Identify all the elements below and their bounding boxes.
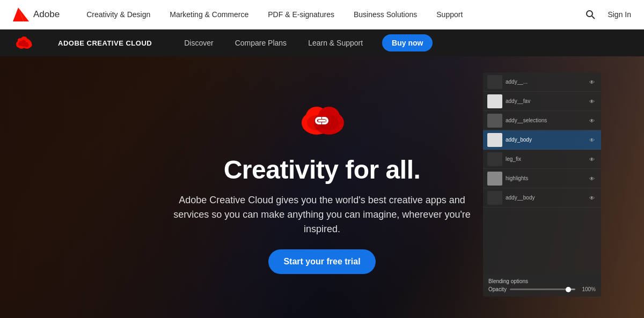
svg-point-2	[587, 11, 592, 17]
layer-item: leg_fix 👁	[483, 150, 601, 169]
layer-item: addy__... 👁	[483, 72, 601, 92]
sign-in-link[interactable]: Sign In	[608, 10, 631, 19]
layer-eye-icon: 👁	[589, 137, 597, 143]
layer-eye-icon: 👁	[589, 157, 597, 162]
cc-nav-discover[interactable]: Discover	[173, 29, 224, 56]
cc-brand[interactable]: ADOBE CREATIVE CLOUD	[16, 35, 152, 50]
layer-eye-icon: 👁	[589, 195, 597, 201]
nav-support[interactable]: Support	[427, 0, 472, 29]
cc-brand-title: ADOBE CREATIVE CLOUD	[58, 39, 152, 47]
blending-options-panel: Blending options Opacity 100%	[483, 274, 601, 297]
layer-thumbnail	[487, 133, 502, 147]
start-free-trial-button[interactable]: Start your free trial	[268, 249, 375, 274]
layer-item: highlights 👁	[483, 169, 601, 188]
layer-thumbnail	[487, 94, 502, 108]
opacity-handle	[566, 287, 571, 292]
cc-logo-refined	[16, 35, 33, 50]
nav-marketing-commerce[interactable]: Marketing & Commerce	[160, 0, 258, 29]
top-nav-links: Creativity & Design Marketing & Commerce…	[77, 0, 582, 29]
nav-creativity-design[interactable]: Creativity & Design	[77, 0, 160, 29]
layer-item: addy__fav 👁	[483, 92, 601, 111]
layer-thumbnail	[487, 172, 502, 186]
cc-nav-learn-support[interactable]: Learn & Support	[297, 29, 374, 56]
cc-nav-compare-plans[interactable]: Compare Plans	[224, 29, 298, 56]
svg-rect-20	[318, 120, 326, 122]
hero-section: addy__... 👁 addy__fav 👁 addy__selections…	[0, 56, 644, 318]
nav-pdf-esignatures[interactable]: PDF & E-signatures	[258, 0, 344, 29]
opacity-row: Opacity 100%	[488, 286, 596, 292]
nav-business-solutions[interactable]: Business Solutions	[344, 0, 427, 29]
secondary-navigation: ADOBE CREATIVE CLOUD Discover Compare Pl…	[0, 29, 644, 56]
top-nav-right: Sign In	[582, 6, 631, 23]
layers-panel: addy__... 👁 addy__fav 👁 addy__selections…	[483, 72, 601, 287]
buy-now-button[interactable]: Buy now	[382, 34, 433, 51]
layer-item: addy__body 👁	[483, 188, 601, 208]
cc-hero-logo-icon	[298, 100, 346, 143]
hero-headline: Creativity for all.	[224, 156, 421, 184]
opacity-value: 100%	[579, 286, 596, 292]
layer-item: addy__selections 👁	[483, 111, 601, 130]
blending-label: Blending options	[488, 278, 528, 284]
layer-item-selected: addy_body 👁	[483, 130, 601, 150]
layer-thumbnail	[487, 114, 502, 128]
secondary-nav-links: Discover Compare Plans Learn & Support	[173, 29, 374, 56]
adobe-logo[interactable]: Adobe	[13, 8, 60, 21]
opacity-slider[interactable]	[510, 289, 575, 290]
opacity-label: Opacity	[488, 286, 507, 292]
layer-thumbnail	[487, 152, 502, 166]
layer-thumbnail	[487, 75, 502, 89]
search-button[interactable]	[582, 6, 599, 23]
top-navigation: Adobe Creativity & Design Marketing & Co…	[0, 0, 644, 29]
layer-eye-icon: 👁	[589, 79, 597, 85]
layer-eye-icon: 👁	[589, 99, 597, 104]
search-icon	[585, 9, 596, 20]
layer-eye-icon: 👁	[589, 176, 597, 181]
adobe-logo-icon	[13, 8, 29, 21]
adobe-wordmark: Adobe	[33, 9, 60, 20]
hero-subtext: Adobe Creative Cloud gives you the world…	[161, 193, 483, 236]
hero-content: Creativity for all. Adobe Creative Cloud…	[161, 100, 483, 274]
layer-eye-icon: 👁	[589, 118, 597, 123]
layer-thumbnail	[487, 191, 502, 205]
svg-line-3	[592, 16, 595, 19]
